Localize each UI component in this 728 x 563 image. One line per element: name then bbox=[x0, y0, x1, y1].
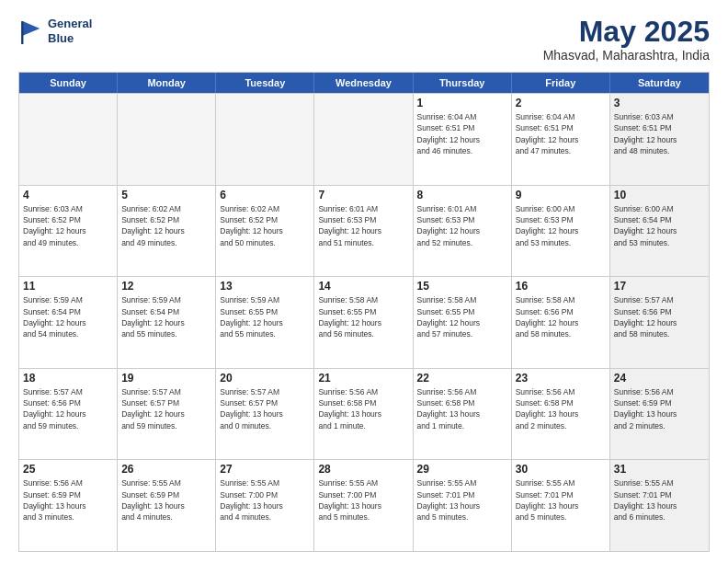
logo: General Blue bbox=[18, 17, 92, 45]
weekday-header: Saturday bbox=[610, 73, 709, 93]
calendar-row: 11Sunrise: 5:59 AM Sunset: 6:54 PM Dayli… bbox=[19, 276, 709, 368]
day-info: Sunrise: 6:02 AM Sunset: 6:52 PM Dayligh… bbox=[220, 203, 310, 248]
calendar-cell: 1Sunrise: 6:04 AM Sunset: 6:51 PM Daylig… bbox=[414, 94, 512, 185]
day-number: 13 bbox=[220, 280, 310, 293]
day-info: Sunrise: 5:56 AM Sunset: 6:58 PM Dayligh… bbox=[318, 386, 408, 431]
day-number: 31 bbox=[614, 463, 705, 476]
day-info: Sunrise: 5:59 AM Sunset: 6:54 PM Dayligh… bbox=[23, 294, 113, 339]
day-number: 3 bbox=[614, 97, 705, 109]
calendar-cell: 7Sunrise: 6:01 AM Sunset: 6:53 PM Daylig… bbox=[314, 186, 413, 277]
day-info: Sunrise: 5:56 AM Sunset: 6:59 PM Dayligh… bbox=[614, 386, 705, 431]
weekday-header: Wednesday bbox=[314, 73, 413, 93]
calendar-cell bbox=[314, 94, 413, 185]
day-number: 12 bbox=[121, 280, 211, 293]
weekday-header: Thursday bbox=[414, 73, 512, 93]
weekday-header: Tuesday bbox=[216, 73, 314, 93]
day-info: Sunrise: 5:55 AM Sunset: 7:01 PM Dayligh… bbox=[516, 477, 606, 523]
calendar-cell: 2Sunrise: 6:04 AM Sunset: 6:51 PM Daylig… bbox=[512, 94, 610, 185]
day-info: Sunrise: 5:59 AM Sunset: 6:55 PM Dayligh… bbox=[220, 294, 310, 339]
day-number: 19 bbox=[121, 372, 211, 385]
calendar-row: 18Sunrise: 5:57 AM Sunset: 6:56 PM Dayli… bbox=[19, 368, 709, 460]
day-info: Sunrise: 5:59 AM Sunset: 6:54 PM Dayligh… bbox=[121, 294, 211, 339]
calendar-body: 1Sunrise: 6:04 AM Sunset: 6:51 PM Daylig… bbox=[19, 93, 709, 551]
day-info: Sunrise: 6:04 AM Sunset: 6:51 PM Dayligh… bbox=[417, 111, 507, 156]
day-info: Sunrise: 5:57 AM Sunset: 6:56 PM Dayligh… bbox=[614, 294, 705, 339]
day-number: 23 bbox=[516, 372, 606, 385]
day-number: 15 bbox=[417, 280, 507, 293]
logo-text: General Blue bbox=[48, 17, 92, 45]
calendar-row: 4Sunrise: 6:03 AM Sunset: 6:52 PM Daylig… bbox=[19, 185, 709, 277]
calendar-cell: 12Sunrise: 5:59 AM Sunset: 6:54 PM Dayli… bbox=[118, 277, 216, 368]
day-number: 9 bbox=[516, 189, 606, 201]
day-number: 8 bbox=[417, 189, 507, 201]
calendar-cell: 11Sunrise: 5:59 AM Sunset: 6:54 PM Dayli… bbox=[19, 277, 118, 368]
calendar-row: 25Sunrise: 5:56 AM Sunset: 6:59 PM Dayli… bbox=[19, 459, 709, 551]
weekday-header: Friday bbox=[512, 73, 610, 93]
calendar-cell bbox=[19, 94, 118, 185]
day-info: Sunrise: 5:55 AM Sunset: 7:00 PM Dayligh… bbox=[220, 477, 310, 523]
day-number: 26 bbox=[121, 463, 211, 476]
calendar-cell: 20Sunrise: 5:57 AM Sunset: 6:57 PM Dayli… bbox=[216, 369, 314, 460]
weekday-header: Monday bbox=[118, 73, 216, 93]
day-info: Sunrise: 5:56 AM Sunset: 6:58 PM Dayligh… bbox=[516, 386, 606, 431]
calendar-cell: 27Sunrise: 5:55 AM Sunset: 7:00 PM Dayli… bbox=[216, 460, 314, 551]
day-info: Sunrise: 6:04 AM Sunset: 6:51 PM Dayligh… bbox=[516, 111, 606, 156]
calendar-header: SundayMondayTuesdayWednesdayThursdayFrid… bbox=[19, 73, 709, 93]
day-info: Sunrise: 5:55 AM Sunset: 7:00 PM Dayligh… bbox=[318, 477, 408, 523]
day-number: 1 bbox=[417, 97, 507, 109]
calendar-cell: 21Sunrise: 5:56 AM Sunset: 6:58 PM Dayli… bbox=[314, 369, 413, 460]
day-info: Sunrise: 6:01 AM Sunset: 6:53 PM Dayligh… bbox=[318, 203, 408, 248]
day-info: Sunrise: 5:55 AM Sunset: 7:01 PM Dayligh… bbox=[417, 477, 507, 523]
day-number: 11 bbox=[23, 280, 113, 293]
calendar-cell: 19Sunrise: 5:57 AM Sunset: 6:57 PM Dayli… bbox=[118, 369, 216, 460]
day-number: 27 bbox=[220, 463, 310, 476]
calendar-cell: 10Sunrise: 6:00 AM Sunset: 6:54 PM Dayli… bbox=[610, 186, 709, 277]
calendar-cell: 6Sunrise: 6:02 AM Sunset: 6:52 PM Daylig… bbox=[216, 186, 314, 277]
day-number: 25 bbox=[23, 463, 113, 476]
day-number: 17 bbox=[614, 280, 705, 293]
day-info: Sunrise: 5:55 AM Sunset: 7:01 PM Dayligh… bbox=[614, 477, 705, 523]
day-number: 29 bbox=[417, 463, 507, 476]
calendar-cell: 18Sunrise: 5:57 AM Sunset: 6:56 PM Dayli… bbox=[19, 369, 118, 460]
calendar-cell: 14Sunrise: 5:58 AM Sunset: 6:55 PM Dayli… bbox=[314, 277, 413, 368]
calendar-cell: 24Sunrise: 5:56 AM Sunset: 6:59 PM Dayli… bbox=[610, 369, 709, 460]
day-number: 28 bbox=[318, 463, 408, 476]
calendar-cell: 15Sunrise: 5:58 AM Sunset: 6:55 PM Dayli… bbox=[414, 277, 512, 368]
day-number: 24 bbox=[614, 372, 705, 385]
day-info: Sunrise: 6:02 AM Sunset: 6:52 PM Dayligh… bbox=[121, 203, 211, 248]
calendar-cell: 16Sunrise: 5:58 AM Sunset: 6:56 PM Dayli… bbox=[512, 277, 610, 368]
day-number: 4 bbox=[23, 189, 113, 201]
day-info: Sunrise: 5:58 AM Sunset: 6:55 PM Dayligh… bbox=[417, 294, 507, 339]
calendar-cell: 5Sunrise: 6:02 AM Sunset: 6:52 PM Daylig… bbox=[118, 186, 216, 277]
calendar-cell: 3Sunrise: 6:03 AM Sunset: 6:51 PM Daylig… bbox=[610, 94, 709, 185]
day-number: 20 bbox=[220, 372, 310, 385]
header: General Blue May 2025 Mhasvad, Maharasht… bbox=[18, 17, 710, 63]
calendar-cell: 30Sunrise: 5:55 AM Sunset: 7:01 PM Dayli… bbox=[512, 460, 610, 551]
day-number: 22 bbox=[417, 372, 507, 385]
day-number: 5 bbox=[121, 189, 211, 201]
location: Mhasvad, Maharashtra, India bbox=[543, 48, 710, 63]
day-info: Sunrise: 5:58 AM Sunset: 6:55 PM Dayligh… bbox=[318, 294, 408, 339]
logo-icon bbox=[18, 18, 44, 44]
day-info: Sunrise: 6:01 AM Sunset: 6:53 PM Dayligh… bbox=[417, 203, 507, 248]
calendar-cell: 22Sunrise: 5:56 AM Sunset: 6:58 PM Dayli… bbox=[414, 369, 512, 460]
day-info: Sunrise: 5:58 AM Sunset: 6:56 PM Dayligh… bbox=[516, 294, 606, 339]
day-number: 21 bbox=[318, 372, 408, 385]
calendar-cell bbox=[216, 94, 314, 185]
day-info: Sunrise: 5:55 AM Sunset: 6:59 PM Dayligh… bbox=[121, 477, 211, 523]
day-number: 14 bbox=[318, 280, 408, 293]
calendar-row: 1Sunrise: 6:04 AM Sunset: 6:51 PM Daylig… bbox=[19, 93, 709, 185]
calendar-cell bbox=[118, 94, 216, 185]
day-number: 6 bbox=[220, 189, 310, 201]
day-number: 2 bbox=[516, 97, 606, 109]
calendar-cell: 17Sunrise: 5:57 AM Sunset: 6:56 PM Dayli… bbox=[610, 277, 709, 368]
day-info: Sunrise: 5:56 AM Sunset: 6:59 PM Dayligh… bbox=[23, 477, 113, 523]
calendar-cell: 25Sunrise: 5:56 AM Sunset: 6:59 PM Dayli… bbox=[19, 460, 118, 551]
day-number: 7 bbox=[318, 189, 408, 201]
weekday-header: Sunday bbox=[19, 73, 118, 93]
svg-rect-2 bbox=[21, 21, 23, 44]
title-block: May 2025 Mhasvad, Maharashtra, India bbox=[543, 17, 710, 63]
day-info: Sunrise: 6:00 AM Sunset: 6:54 PM Dayligh… bbox=[614, 203, 705, 248]
day-info: Sunrise: 5:57 AM Sunset: 6:57 PM Dayligh… bbox=[220, 386, 310, 431]
day-number: 30 bbox=[516, 463, 606, 476]
